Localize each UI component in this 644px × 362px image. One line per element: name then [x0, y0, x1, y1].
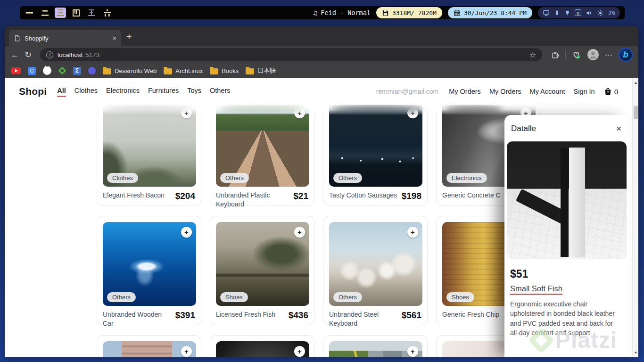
settings-menu-icon[interactable]: ⋯	[605, 50, 613, 59]
detail-product-image	[507, 141, 627, 259]
reload-button[interactable]: ↻	[25, 50, 32, 59]
bookmark-purple-circle-icon[interactable]	[88, 67, 96, 74]
add-to-cart-button[interactable]: +	[181, 346, 192, 357]
datetime-label: 30/Jun/23 8:44 PM	[464, 9, 527, 16]
browser-essentials-icon[interactable]	[571, 50, 581, 60]
nav-furnitures[interactable]: Furnitures	[148, 87, 179, 97]
battery-icon	[554, 9, 560, 16]
address-bar[interactable]: i localhost :5173 ☆	[40, 48, 542, 61]
toolbar-separator	[565, 50, 566, 59]
cart-count: 0	[614, 88, 618, 96]
link-my-orders-1[interactable]: My Orders	[449, 88, 481, 95]
folder-icon	[103, 68, 111, 74]
link-my-account[interactable]: My Account	[530, 88, 565, 95]
folder-icon	[210, 68, 218, 74]
browser-tab-shoppify[interactable]: Shoppify ×	[9, 30, 121, 46]
scrollbar-thumb[interactable]	[634, 106, 638, 119]
bing-chat-icon[interactable]: b	[619, 48, 633, 62]
extensions-icon[interactable]	[551, 50, 560, 59]
workspace-4[interactable]	[70, 8, 82, 18]
nav-clothes[interactable]: Clothes	[74, 87, 98, 97]
add-to-cart-button[interactable]: +	[294, 346, 305, 357]
system-status-bar: ♫ Feid - Normal 3318M/ 7820M 30/Jun/23 8…	[20, 6, 625, 19]
product-card-partial[interactable]: +	[97, 335, 201, 357]
workspace-5[interactable]	[86, 8, 97, 18]
tab-close-icon[interactable]: ×	[113, 34, 116, 42]
detail-close-icon[interactable]: ×	[616, 123, 621, 134]
bookmark-folder-archlinux[interactable]: ArchLinux	[175, 67, 203, 74]
page-scrollbar[interactable]: ▲ ▼	[632, 78, 638, 357]
add-to-cart-button[interactable]: +	[181, 227, 192, 238]
bookmark-sigma-icon[interactable]: Σ	[73, 67, 81, 75]
detail-price: $51	[510, 268, 623, 280]
bookmark-youtube-icon[interactable]	[11, 67, 21, 74]
add-to-cart-button[interactable]: +	[407, 346, 418, 357]
account-links: My Orders My Orders My Account Sign In	[449, 88, 594, 95]
product-card-unbranded-steel-keyboard[interactable]: Others + Unbranded Steel Keyboard $561	[323, 216, 428, 325]
now-playing-label: Feid - Normal	[321, 9, 371, 16]
link-my-orders-2[interactable]: My Orders	[489, 88, 521, 95]
category-badge: Shoes	[220, 292, 248, 302]
music-note-icon: ♫	[313, 9, 317, 16]
product-name: Unbranded Wooden Car	[103, 310, 173, 328]
product-image: +	[329, 341, 422, 357]
category-badge: Others	[333, 292, 362, 302]
nav-others[interactable]: Others	[210, 87, 231, 97]
nav-all[interactable]: All	[57, 87, 66, 97]
product-card-partial[interactable]: +	[210, 335, 314, 357]
bookmark-folder-desarrollo-web[interactable]: Desarrollo Web	[115, 67, 157, 74]
nav-toys[interactable]: Toys	[187, 87, 201, 97]
category-badge: Clothes	[107, 173, 138, 183]
product-price: $204	[175, 191, 195, 201]
product-image: Others +	[216, 103, 309, 187]
floppy-disk-icon	[382, 9, 389, 16]
bookmark-folder-nihongo[interactable]: 日本語	[257, 66, 276, 75]
brightness-icon	[597, 9, 604, 16]
profile-avatar[interactable]	[587, 49, 599, 61]
product-name: Elegant Fresh Bacon	[103, 191, 165, 200]
shopi-page: Shopi All Clothes Electronics Furnitures…	[5, 78, 632, 357]
kanji-four-glyph	[73, 9, 80, 16]
cart-button[interactable]: 0	[603, 87, 618, 96]
product-card-licensed-fresh-fish[interactable]: Shoes + Licensed Fresh Fish $436	[210, 216, 314, 325]
site-logo[interactable]: Shopi	[19, 86, 47, 97]
site-info-icon[interactable]: i	[46, 51, 53, 58]
bookmark-green-diamond-icon[interactable]	[58, 67, 66, 75]
scroll-up-arrow[interactable]: ▲	[633, 79, 638, 86]
category-badge: Others	[220, 173, 249, 183]
workspace-2[interactable]	[39, 8, 50, 18]
link-sign-in[interactable]: Sign In	[574, 88, 595, 95]
kanji-six-glyph	[104, 9, 111, 16]
bookmark-translate-icon[interactable]: G	[28, 67, 36, 75]
new-tab-button[interactable]: +	[126, 32, 132, 41]
memory-widget: 3318M/ 7820M	[376, 7, 442, 18]
back-button[interactable]: ←	[10, 50, 19, 59]
workspace-3-active[interactable]	[55, 8, 66, 18]
add-to-cart-button[interactable]: +	[294, 227, 305, 238]
product-image: Clothes +	[103, 103, 196, 187]
scroll-down-arrow[interactable]: ▼	[633, 349, 638, 356]
lightbulb-icon	[564, 9, 570, 16]
page-icon	[14, 35, 20, 41]
bookmark-folder-books[interactable]: Books	[222, 67, 239, 74]
category-nav: All Clothes Electronics Furnitures Toys …	[57, 87, 230, 97]
detail-product-name: Small Soft Fish	[510, 284, 562, 295]
product-card-partial[interactable]: +	[323, 335, 428, 357]
product-price: $198	[402, 191, 421, 201]
bookmark-github-icon[interactable]	[43, 66, 51, 75]
product-grid: Clothes + Elegant Fresh Bacon $204 Other…	[97, 97, 541, 357]
product-image: Others +	[329, 103, 422, 187]
folder-icon	[164, 68, 172, 74]
nav-electronics[interactable]: Electronics	[106, 87, 140, 97]
add-to-cart-button[interactable]: +	[407, 227, 418, 238]
workspace-6[interactable]	[101, 8, 113, 18]
header-blur-fade	[5, 105, 632, 115]
clock-widget: 30/Jun/23 8:44 PM	[448, 7, 532, 18]
workspace-switcher	[24, 8, 113, 18]
detail-description: Ergonomic executive chair upholstered in…	[510, 299, 623, 337]
tab-title: Shoppify	[25, 35, 108, 42]
favorite-star-icon[interactable]: ☆	[529, 50, 536, 59]
product-name: Licensed Fresh Fish	[216, 310, 275, 319]
workspace-1[interactable]	[24, 8, 35, 18]
product-card-unbranded-wooden-car[interactable]: Others + Unbranded Wooden Car $391	[97, 216, 201, 325]
